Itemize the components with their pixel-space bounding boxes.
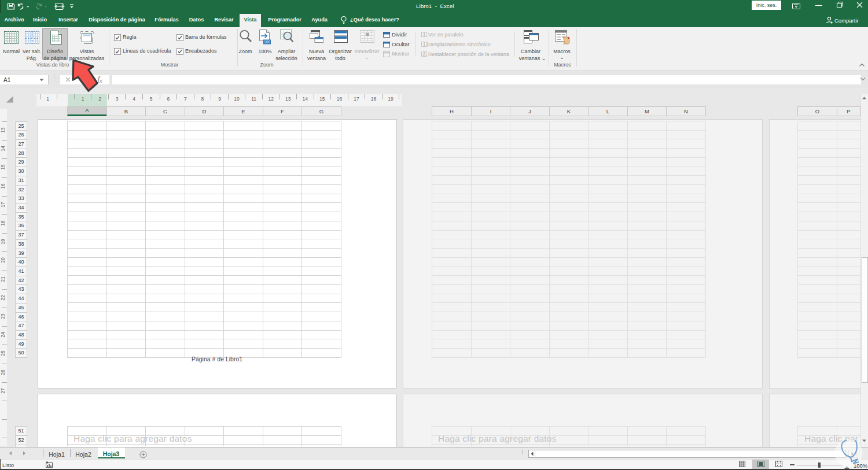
svg-text:100: 100 bbox=[264, 40, 270, 44]
